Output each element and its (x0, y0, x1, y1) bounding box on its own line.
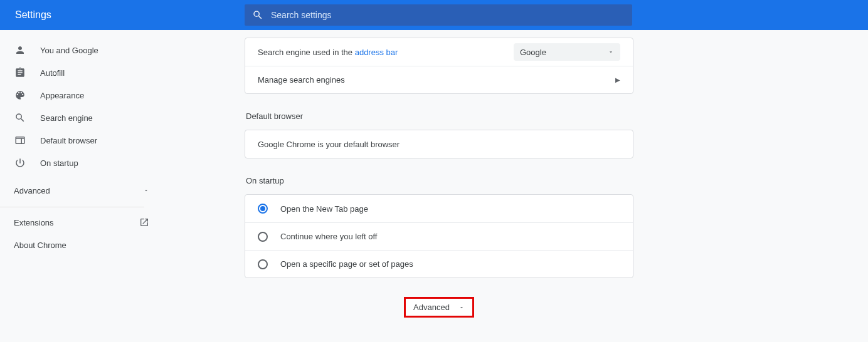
power-icon (14, 157, 26, 168)
sidebar-advanced-toggle[interactable]: Advanced (0, 178, 163, 203)
sidebar-item-label: Default browser (40, 136, 97, 145)
address-bar-link[interactable]: address bar (355, 48, 398, 57)
search-engine-dropdown[interactable]: Google (514, 43, 620, 61)
radio-icon (258, 259, 268, 269)
startup-option-specific-page[interactable]: Open a specific page or set of pages (245, 250, 633, 277)
main-content: Search engine used in the address bar Go… (163, 30, 868, 342)
app-title: Settings (15, 9, 51, 21)
sidebar-item-search-engine[interactable]: Search engine (0, 106, 163, 129)
startup-option-continue[interactable]: Continue where you left off (245, 222, 633, 250)
sidebar-item-label: On startup (40, 158, 78, 168)
search-field[interactable] (245, 4, 632, 26)
open-external-icon (139, 217, 149, 227)
sidebar: You and Google Autofill Appearance Searc… (0, 30, 163, 342)
sidebar-item-label: You and Google (40, 46, 98, 55)
sidebar-item-appearance[interactable]: Appearance (0, 84, 163, 106)
palette-icon (14, 90, 26, 101)
default-browser-message-row: Google Chrome is your default browser (245, 130, 633, 158)
person-icon (14, 44, 26, 56)
sidebar-item-extensions[interactable]: Extensions (0, 211, 163, 234)
on-startup-title: On startup (246, 176, 635, 185)
on-startup-card: Open the New Tab page Continue where you… (245, 194, 633, 278)
startup-option-new-tab[interactable]: Open the New Tab page (245, 195, 633, 222)
chevron-down-icon (458, 304, 465, 311)
advanced-label: Advanced (14, 186, 50, 195)
sidebar-item-about[interactable]: About Chrome (0, 234, 163, 256)
chevron-down-icon (608, 49, 614, 55)
manage-search-engines-row[interactable]: Manage search engines ▶ (245, 66, 633, 93)
advanced-button-wrap: Advanced (245, 297, 633, 318)
radio-icon (258, 232, 268, 242)
sidebar-item-label: Appearance (40, 91, 84, 100)
default-browser-message: Google Chrome is your default browser (258, 140, 400, 149)
autofill-icon (14, 67, 26, 78)
about-label: About Chrome (14, 241, 66, 250)
sidebar-item-label: Search engine (40, 113, 93, 123)
default-browser-card: Google Chrome is your default browser (245, 130, 633, 158)
advanced-button[interactable]: Advanced (404, 297, 474, 318)
search-engine-label: Search engine used in the address bar (258, 48, 398, 57)
browser-icon (14, 135, 26, 146)
sidebar-item-on-startup[interactable]: On startup (0, 152, 163, 174)
chevron-down-icon (143, 187, 149, 194)
sidebar-divider (0, 207, 144, 207)
sidebar-item-autofill[interactable]: Autofill (0, 61, 163, 84)
search-engine-row: Search engine used in the address bar Go… (245, 38, 633, 66)
search-engine-card: Search engine used in the address bar Go… (245, 38, 633, 94)
search-input[interactable] (271, 10, 625, 20)
chevron-right-icon: ▶ (615, 76, 620, 83)
advanced-button-label: Advanced (413, 303, 450, 312)
startup-option-label: Open the New Tab page (280, 204, 368, 214)
search-icon (14, 112, 26, 123)
app-header: Settings (0, 0, 868, 30)
search-icon (252, 9, 263, 21)
sidebar-item-label: Autofill (40, 68, 65, 78)
sidebar-item-default-browser[interactable]: Default browser (0, 129, 163, 152)
manage-label: Manage search engines (258, 75, 345, 85)
default-browser-title: Default browser (246, 111, 635, 121)
sidebar-item-you-and-google[interactable]: You and Google (0, 39, 163, 61)
extensions-label: Extensions (14, 218, 54, 227)
startup-option-label: Continue where you left off (280, 232, 377, 241)
startup-option-label: Open a specific page or set of pages (280, 259, 413, 269)
radio-icon (258, 204, 268, 214)
dropdown-value: Google (520, 48, 546, 57)
